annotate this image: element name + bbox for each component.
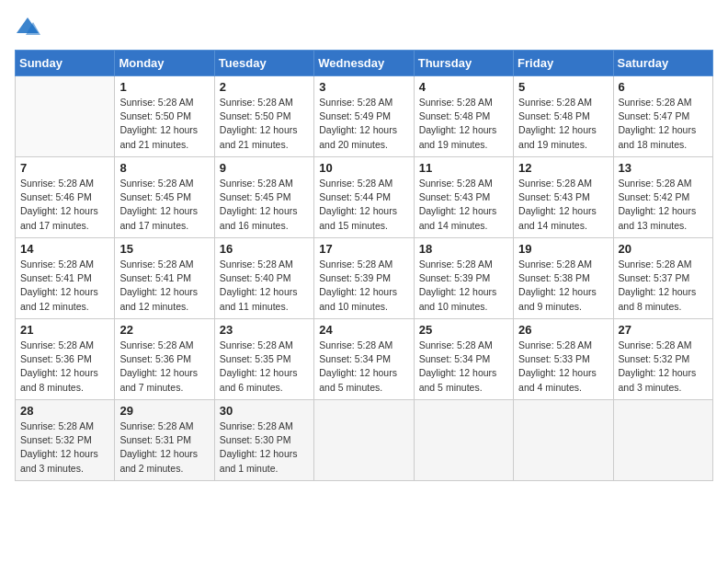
weekday-header-friday: Friday [514,51,613,76]
calendar-cell [414,400,513,481]
cell-info: Sunrise: 5:28 AM Sunset: 5:49 PM Dayligh… [319,96,408,152]
weekday-header-monday: Monday [115,51,214,76]
cell-day-number: 5 [518,80,608,94]
weekday-header-sunday: Sunday [16,51,115,76]
weekday-header-tuesday: Tuesday [214,51,313,76]
cell-info: Sunrise: 5:28 AM Sunset: 5:36 PM Dayligh… [119,339,209,395]
calendar-cell: 11Sunrise: 5:28 AM Sunset: 5:43 PM Dayli… [414,157,513,238]
cell-info: Sunrise: 5:28 AM Sunset: 5:34 PM Dayligh… [419,339,508,395]
calendar-week-row: 7Sunrise: 5:28 AM Sunset: 5:46 PM Daylig… [16,157,713,238]
cell-day-number: 24 [319,323,408,337]
cell-day-number: 25 [419,323,508,337]
calendar-cell: 6Sunrise: 5:28 AM Sunset: 5:47 PM Daylig… [613,76,712,157]
calendar-cell: 3Sunrise: 5:28 AM Sunset: 5:49 PM Daylig… [314,76,414,157]
cell-info: Sunrise: 5:28 AM Sunset: 5:50 PM Dayligh… [220,96,309,152]
cell-info: Sunrise: 5:28 AM Sunset: 5:43 PM Dayligh… [419,177,508,233]
cell-info: Sunrise: 5:28 AM Sunset: 5:39 PM Dayligh… [419,258,508,314]
calendar-cell: 29Sunrise: 5:28 AM Sunset: 5:31 PM Dayli… [115,400,214,481]
cell-info: Sunrise: 5:28 AM Sunset: 5:40 PM Dayligh… [220,258,309,314]
calendar-cell: 28Sunrise: 5:28 AM Sunset: 5:32 PM Dayli… [16,400,115,481]
calendar-cell: 4Sunrise: 5:28 AM Sunset: 5:48 PM Daylig… [414,76,513,157]
cell-day-number: 17 [319,242,408,256]
cell-info: Sunrise: 5:28 AM Sunset: 5:36 PM Dayligh… [20,339,109,395]
calendar-cell: 19Sunrise: 5:28 AM Sunset: 5:38 PM Dayli… [514,238,613,319]
cell-day-number: 19 [518,242,608,256]
cell-day-number: 16 [220,242,309,256]
cell-day-number: 29 [119,404,209,418]
cell-info: Sunrise: 5:28 AM Sunset: 5:32 PM Dayligh… [619,339,708,395]
calendar-cell: 7Sunrise: 5:28 AM Sunset: 5:46 PM Daylig… [16,157,115,238]
cell-info: Sunrise: 5:28 AM Sunset: 5:46 PM Dayligh… [20,177,109,233]
cell-day-number: 15 [119,242,209,256]
weekday-header-saturday: Saturday [613,51,712,76]
cell-info: Sunrise: 5:28 AM Sunset: 5:39 PM Dayligh… [319,258,408,314]
page-header [15,15,713,40]
calendar-cell: 18Sunrise: 5:28 AM Sunset: 5:39 PM Dayli… [414,238,513,319]
calendar-cell [514,400,613,481]
cell-day-number: 18 [419,242,508,256]
cell-info: Sunrise: 5:28 AM Sunset: 5:50 PM Dayligh… [119,96,209,152]
calendar-cell: 8Sunrise: 5:28 AM Sunset: 5:45 PM Daylig… [115,157,214,238]
cell-day-number: 30 [220,404,309,418]
cell-info: Sunrise: 5:28 AM Sunset: 5:34 PM Dayligh… [319,339,408,395]
cell-info: Sunrise: 5:28 AM Sunset: 5:35 PM Dayligh… [220,339,309,395]
calendar-cell: 25Sunrise: 5:28 AM Sunset: 5:34 PM Dayli… [414,319,513,400]
cell-day-number: 7 [20,161,109,175]
calendar-week-row: 14Sunrise: 5:28 AM Sunset: 5:41 PM Dayli… [16,238,713,319]
calendar-week-row: 21Sunrise: 5:28 AM Sunset: 5:36 PM Dayli… [16,319,713,400]
calendar-cell: 26Sunrise: 5:28 AM Sunset: 5:33 PM Dayli… [514,319,613,400]
cell-day-number: 10 [319,161,408,175]
cell-info: Sunrise: 5:28 AM Sunset: 5:41 PM Dayligh… [20,258,109,314]
calendar-cell: 21Sunrise: 5:28 AM Sunset: 5:36 PM Dayli… [16,319,115,400]
cell-day-number: 6 [619,80,708,94]
cell-day-number: 3 [319,80,408,94]
cell-info: Sunrise: 5:28 AM Sunset: 5:41 PM Dayligh… [119,258,209,314]
calendar-cell: 13Sunrise: 5:28 AM Sunset: 5:42 PM Dayli… [613,157,712,238]
cell-day-number: 14 [20,242,109,256]
cell-info: Sunrise: 5:28 AM Sunset: 5:42 PM Dayligh… [619,177,708,233]
calendar-cell: 20Sunrise: 5:28 AM Sunset: 5:37 PM Dayli… [613,238,712,319]
calendar-week-row: 28Sunrise: 5:28 AM Sunset: 5:32 PM Dayli… [16,400,713,481]
calendar-cell: 30Sunrise: 5:28 AM Sunset: 5:30 PM Dayli… [214,400,313,481]
cell-day-number: 21 [20,323,109,337]
cell-info: Sunrise: 5:28 AM Sunset: 5:38 PM Dayligh… [518,258,608,314]
calendar-cell: 22Sunrise: 5:28 AM Sunset: 5:36 PM Dayli… [115,319,214,400]
cell-info: Sunrise: 5:28 AM Sunset: 5:30 PM Dayligh… [220,419,309,476]
calendar-cell [314,400,414,481]
cell-day-number: 8 [119,161,209,175]
cell-day-number: 26 [518,323,608,337]
cell-info: Sunrise: 5:28 AM Sunset: 5:48 PM Dayligh… [518,96,608,152]
calendar-cell: 10Sunrise: 5:28 AM Sunset: 5:44 PM Dayli… [314,157,414,238]
cell-day-number: 22 [119,323,209,337]
calendar-cell: 23Sunrise: 5:28 AM Sunset: 5:35 PM Dayli… [214,319,313,400]
cell-info: Sunrise: 5:28 AM Sunset: 5:44 PM Dayligh… [319,177,408,233]
calendar-cell: 2Sunrise: 5:28 AM Sunset: 5:50 PM Daylig… [214,76,313,157]
weekday-header-row: SundayMondayTuesdayWednesdayThursdayFrid… [16,51,713,76]
calendar-week-row: 1Sunrise: 5:28 AM Sunset: 5:50 PM Daylig… [16,76,713,157]
cell-day-number: 1 [119,80,209,94]
calendar-cell: 15Sunrise: 5:28 AM Sunset: 5:41 PM Dayli… [115,238,214,319]
cell-info: Sunrise: 5:28 AM Sunset: 5:45 PM Dayligh… [119,177,209,233]
cell-info: Sunrise: 5:28 AM Sunset: 5:43 PM Dayligh… [518,177,608,233]
calendar-cell: 17Sunrise: 5:28 AM Sunset: 5:39 PM Dayli… [314,238,414,319]
cell-info: Sunrise: 5:28 AM Sunset: 5:33 PM Dayligh… [518,339,608,395]
cell-info: Sunrise: 5:28 AM Sunset: 5:48 PM Dayligh… [419,96,508,152]
cell-day-number: 11 [419,161,508,175]
calendar-cell: 24Sunrise: 5:28 AM Sunset: 5:34 PM Dayli… [314,319,414,400]
calendar-cell: 27Sunrise: 5:28 AM Sunset: 5:32 PM Dayli… [613,319,712,400]
calendar-cell: 14Sunrise: 5:28 AM Sunset: 5:41 PM Dayli… [16,238,115,319]
calendar-cell: 1Sunrise: 5:28 AM Sunset: 5:50 PM Daylig… [115,76,214,157]
cell-info: Sunrise: 5:28 AM Sunset: 5:32 PM Dayligh… [20,419,109,476]
cell-day-number: 27 [619,323,708,337]
cell-info: Sunrise: 5:28 AM Sunset: 5:45 PM Dayligh… [220,177,309,233]
cell-info: Sunrise: 5:28 AM Sunset: 5:37 PM Dayligh… [619,258,708,314]
cell-info: Sunrise: 5:28 AM Sunset: 5:47 PM Dayligh… [619,96,708,152]
cell-day-number: 13 [619,161,708,175]
cell-day-number: 4 [419,80,508,94]
logo [15,15,44,40]
calendar-cell [16,76,115,157]
cell-day-number: 12 [518,161,608,175]
calendar-cell: 12Sunrise: 5:28 AM Sunset: 5:43 PM Dayli… [514,157,613,238]
cell-info: Sunrise: 5:28 AM Sunset: 5:31 PM Dayligh… [119,419,209,476]
cell-day-number: 28 [20,404,109,418]
